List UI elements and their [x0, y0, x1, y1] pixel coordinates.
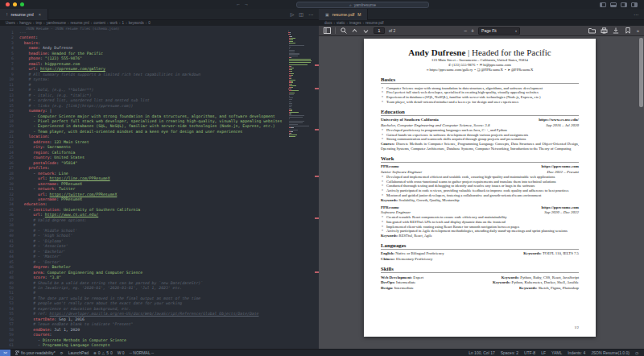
breadcrumb-item[interactable]: keywords [129, 21, 144, 25]
eol-setting[interactable]: LF [541, 350, 546, 355]
breadcrumb-item[interactable]: work [110, 21, 118, 25]
zoom-select[interactable]: Page Fit ▾ [478, 27, 520, 35]
breadcrumb-item[interactable]: docs [324, 21, 332, 25]
breadcrumb-item[interactable]: 1 [122, 21, 125, 25]
minimap-line [288, 94, 314, 95]
current-view-icon[interactable] [625, 27, 632, 35]
page-number-input[interactable] [374, 27, 385, 34]
minimap-line [288, 135, 314, 135]
left-tab-bar: ! resume.yml × ▷ ◫ ⋯ [0, 9, 319, 20]
maximize-window-button[interactable] [20, 2, 24, 6]
minimap-line [288, 97, 314, 98]
download-icon[interactable] [613, 27, 620, 35]
close-icon[interactable]: × [39, 12, 41, 17]
code-line[interactable]: 61 - Programming Language Concepts [0, 343, 287, 348]
indentation-setting[interactable]: Spaces: 2 [501, 350, 518, 355]
breadcrumb-item[interactable]: resume.pdf [365, 21, 384, 25]
breadcrumb-item[interactable]: images [349, 21, 361, 25]
more-tools-icon[interactable]: » [637, 28, 639, 33]
remote-indicator[interactable]: >< [0, 350, 10, 356]
pair-label: Chinese: [381, 257, 396, 261]
close-window-button[interactable] [6, 2, 10, 6]
zoom-in-icon[interactable]: + [471, 28, 474, 34]
bullet-item: Team player, with detail-oriented mindse… [381, 100, 579, 105]
vim-mode-indicator[interactable]: -- NORMAL -- [130, 350, 155, 355]
next-page-icon[interactable] [362, 27, 369, 35]
command-center[interactable]: ⌕ yamlresume [296, 2, 429, 8]
minimap-line [288, 101, 314, 102]
breadcrumb-item[interactable]: content [93, 21, 105, 25]
minimap-line [288, 112, 314, 113]
section-title: Languages [381, 242, 579, 250]
toggle-sidebar-icon[interactable] [324, 27, 331, 35]
breadcrumb-separator: › [347, 21, 349, 25]
breadcrumb-item[interactable]: hangyu [19, 21, 31, 25]
pair-left: Chinese: Elementary Proficiency [381, 257, 432, 262]
breadcrumb-item[interactable]: yamlresume [47, 21, 67, 25]
breadcrumb-item[interactable]: resume.yml [71, 21, 89, 25]
cursor-position[interactable]: Ln 100, Col 17 [469, 350, 495, 355]
minimap-line [288, 47, 314, 48]
sync-button[interactable]: ⟳ [60, 351, 64, 355]
info-count: 0 [110, 350, 113, 355]
breadcrumb-separator: › [91, 21, 93, 25]
more-actions-icon[interactable]: ⋯ [634, 11, 638, 17]
previous-page-icon[interactable] [351, 27, 358, 35]
left-editor-actions: ▷ ◫ ⋯ [291, 9, 319, 19]
language-mode[interactable]: YAML [551, 350, 562, 355]
pair-label: Web Development: [381, 275, 413, 279]
problems-indicator[interactable]: ⊗ 0 △ 5 0 [93, 350, 113, 355]
pair-label: Design: [381, 286, 394, 290]
breadcrumb-item[interactable]: Users [6, 21, 15, 25]
minimap-line [288, 80, 314, 81]
more-actions-icon[interactable]: ⋯ [308, 11, 313, 17]
git-branch[interactable]: fix-your-readability* [15, 350, 56, 355]
launchpad-item[interactable]: LaunchPad [68, 350, 89, 355]
minimap-line [288, 105, 314, 106]
contact-text: @PPResumeX [481, 68, 502, 72]
minimap[interactable] [288, 31, 314, 138]
split-editor-icon[interactable]: ◫ [299, 11, 303, 17]
tab-resume-yml[interactable]: ! resume.yml × [0, 9, 48, 20]
yaml-file-icon: ! [6, 12, 7, 17]
resume-section: SkillsWeb Development: ExpertKeywords: P… [381, 266, 579, 291]
indents-item[interactable]: Indents: 4 [568, 350, 585, 355]
minimize-window-button[interactable] [13, 2, 17, 6]
forward-icon[interactable]: → [244, 2, 252, 6]
back-icon[interactable]: ← [236, 2, 244, 6]
minimap-line [288, 43, 314, 43]
code-area[interactable]: 1---2content:3 basics:4 name: Andy Dufre… [0, 31, 287, 349]
breadcrumb-separator: › [126, 21, 127, 25]
yaml-schema-item[interactable]: JSON Resume(1.0.0) [591, 350, 630, 355]
search-icon[interactable] [340, 27, 347, 35]
encoding-setting[interactable]: UTF-8 [524, 350, 535, 355]
breadcrumb-item[interactable]: 0 [148, 21, 151, 25]
pdf-viewer[interactable]: Andy Dufresne | Headed for the Pacific 1… [319, 36, 644, 349]
pdf-scrollbar-thumb[interactable] [639, 38, 643, 107]
customize-layout-icon[interactable] [631, 2, 638, 7]
toggle-sidebar-icon[interactable] [600, 2, 606, 7]
pair-value: Intermediate [394, 286, 414, 290]
minimap-line [288, 60, 314, 61]
breadcrumb-separator: › [68, 21, 69, 25]
toggle-panel-icon[interactable] [610, 2, 617, 7]
minimap-line [288, 31, 314, 31]
breadcrumb-item[interactable]: static [336, 21, 345, 25]
minimap-line [288, 85, 314, 86]
eol-label: LF [541, 350, 546, 355]
toggle-secondary-sidebar-icon[interactable] [621, 2, 627, 7]
print-icon[interactable] [601, 27, 608, 35]
tab-resume-pdf[interactable]: ▣ resume.pdf M [319, 9, 368, 20]
w-indicator[interactable]: W 0 [118, 350, 125, 355]
zoom-out-icon[interactable]: − [464, 28, 467, 34]
resume-section: EducationUniversity of Southern Californ… [381, 109, 579, 151]
open-file-icon[interactable] [588, 27, 596, 35]
minimap-line [288, 130, 314, 130]
schema-label: JSON Resume(1.0.0) [591, 350, 630, 355]
pair-value: Elementary Proficiency [396, 257, 432, 261]
breadcrumb-item[interactable]: tmp [36, 21, 43, 25]
run-icon[interactable]: ▷ [291, 11, 295, 17]
notifications-bell[interactable]: ◷ [635, 351, 638, 355]
yaml-editor[interactable]: JSON Resume - JSON resume files (schema.… [0, 26, 319, 349]
resume-sections: BasicsComputer Science major with strong… [381, 77, 579, 291]
